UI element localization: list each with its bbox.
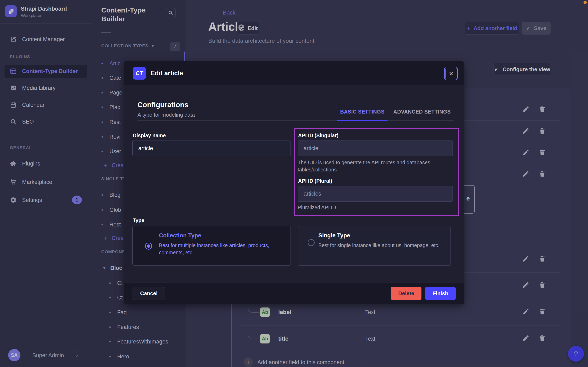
app-window: Strapi Dashboard Workplace Content Manag…	[0, 0, 588, 367]
collection-type-desc: Best for multiple instances like article…	[159, 242, 282, 256]
modal-title: Edit article	[151, 61, 183, 85]
finish-button[interactable]: Finish	[425, 287, 456, 300]
api-id-singular-label: API ID (Singular)	[298, 133, 338, 139]
collection-type-radio[interactable]	[145, 243, 152, 250]
radio-dot	[147, 244, 150, 248]
api-id-plural-input[interactable]	[298, 186, 453, 201]
api-id-plural-help: Pluralized API ID	[298, 204, 336, 211]
single-type-desc: Best for single instance like about us, …	[318, 242, 445, 249]
tab-advanced-settings[interactable]: ADVANCED SETTINGS	[392, 109, 452, 115]
display-name-input[interactable]	[132, 141, 291, 156]
configurations-title: Configurations	[138, 101, 188, 109]
modal-header: CT Edit article ✕	[124, 61, 464, 85]
cancel-button[interactable]: Cancel	[133, 287, 165, 300]
display-name-label: Display name	[133, 133, 166, 139]
single-type-title: Single Type	[318, 232, 350, 239]
content-type-badge: CT	[133, 67, 146, 80]
api-id-singular-help: The UID is used to generate the API rout…	[298, 159, 445, 173]
close-icon: ✕	[445, 68, 457, 79]
active-tab-underline	[337, 120, 388, 121]
type-label: Type	[133, 217, 144, 223]
tabs-divider	[138, 120, 454, 121]
api-id-singular-input[interactable]	[298, 141, 453, 156]
tab-basic-settings[interactable]: BASIC SETTINGS	[337, 109, 388, 115]
modal-footer: Cancel Delete Finish	[124, 282, 464, 304]
single-type-radio[interactable]	[308, 239, 315, 246]
close-modal-button[interactable]: ✕	[444, 67, 458, 80]
delete-button[interactable]: Delete	[391, 287, 422, 300]
recording-indicator-dot	[583, 1, 587, 4]
collection-type-title: Collection Type	[159, 232, 201, 239]
edit-article-modal: CT Edit article ✕ Configurations A type …	[124, 61, 464, 304]
configurations-subtitle: A type for modeling data	[138, 112, 195, 118]
api-id-plural-label: API ID (Plural)	[298, 178, 332, 184]
